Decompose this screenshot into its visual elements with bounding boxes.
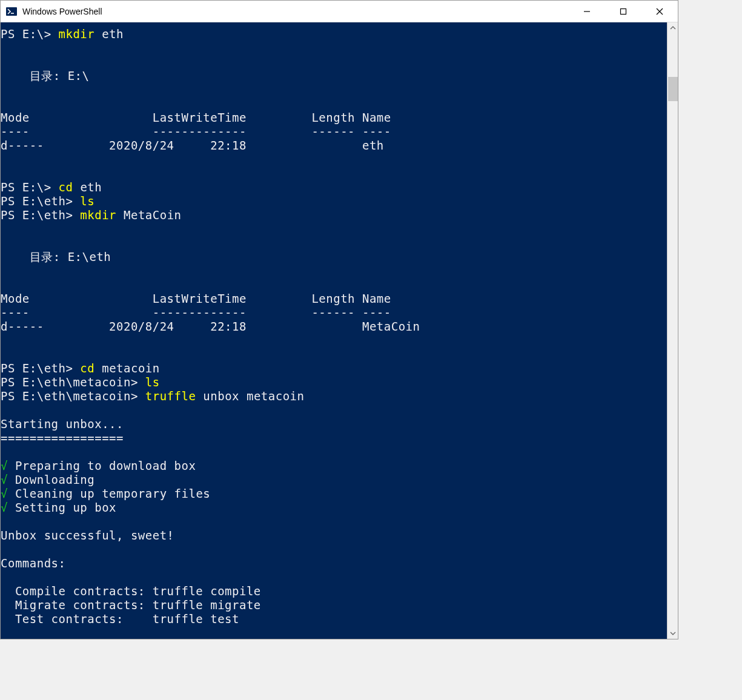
command: mkdir: [59, 27, 95, 41]
table-header: Mode LastWriteTime Length Name: [1, 292, 391, 305]
arg: eth: [80, 180, 102, 194]
check-icon: √: [1, 459, 8, 472]
maximize-button[interactable]: [605, 1, 641, 22]
titlebar[interactable]: Windows PowerShell: [1, 1, 678, 22]
table-divider: ---- ------------- ------ ----: [1, 306, 391, 319]
close-button[interactable]: [641, 1, 678, 22]
arg: unbox metacoin: [203, 389, 304, 403]
svg-rect-3: [621, 8, 626, 14]
output-text: Setting up box: [15, 501, 116, 514]
prompt: PS E:\eth>: [1, 194, 73, 208]
chevron-up-icon: [670, 25, 676, 31]
output-text: Unbox successful, sweet!: [1, 529, 174, 542]
maximize-icon: [620, 8, 627, 15]
arg: metacoin: [102, 362, 160, 375]
output-text: =================: [1, 431, 124, 444]
prompt: PS E:\eth\metacoin>: [1, 375, 138, 389]
dir-label: 目录: E:\: [1, 69, 89, 82]
prompt: PS E:\>: [1, 180, 51, 194]
output-text: Downloading: [15, 473, 94, 486]
minimize-icon: [583, 8, 591, 15]
output-text: Preparing to download box: [15, 459, 196, 472]
command: cd: [59, 180, 73, 194]
check-icon: √: [1, 487, 8, 500]
minimize-button[interactable]: [569, 1, 605, 22]
scroll-down-button[interactable]: [667, 628, 678, 639]
close-icon: [656, 8, 663, 15]
table-row: d----- 2020/8/24 22:18 MetaCoin: [1, 320, 420, 333]
output-text: Compile contracts: truffle compile: [1, 584, 261, 598]
chevron-down-icon: [670, 630, 676, 636]
table-header: Mode LastWriteTime Length Name: [1, 111, 391, 124]
output-text: Migrate contracts: truffle migrate: [1, 598, 261, 612]
command: cd: [80, 362, 94, 375]
check-icon: √: [1, 473, 8, 486]
output-text: Commands:: [1, 556, 65, 570]
scroll-up-button[interactable]: [667, 22, 678, 33]
output-text: Test contracts: truffle test: [1, 612, 239, 626]
table-row: d----- 2020/8/24 22:18 eth: [1, 139, 384, 152]
command: truffle: [145, 389, 196, 403]
prompt: PS E:\eth>: [1, 208, 73, 222]
svg-rect-0: [6, 7, 17, 16]
powershell-window: Windows PowerShell PS E:\> mkdir eth 目录:…: [0, 0, 678, 639]
dir-label: 目录: E:\eth: [1, 250, 111, 263]
command: ls: [80, 194, 94, 208]
content-area: PS E:\> mkdir eth 目录: E:\ Mode LastWrite…: [1, 22, 678, 639]
output-text: Cleaning up temporary files: [15, 487, 210, 500]
scrollbar-thumb[interactable]: [668, 77, 678, 101]
prompt: PS E:\eth\metacoin>: [1, 389, 138, 403]
terminal-output[interactable]: PS E:\> mkdir eth 目录: E:\ Mode LastWrite…: [1, 22, 667, 639]
output-text: Starting unbox...: [1, 417, 124, 431]
table-divider: ---- ------------- ------ ----: [1, 125, 391, 138]
check-icon: √: [1, 501, 8, 514]
prompt: PS E:\eth>: [1, 362, 73, 375]
command: mkdir: [80, 208, 116, 222]
window-title: Windows PowerShell: [22, 7, 102, 16]
prompt: PS E:\>: [1, 27, 51, 41]
arg: MetaCoin: [124, 208, 182, 222]
vertical-scrollbar[interactable]: [667, 22, 678, 639]
powershell-icon: [5, 5, 18, 18]
arg: eth: [102, 27, 124, 41]
command: ls: [145, 375, 160, 389]
